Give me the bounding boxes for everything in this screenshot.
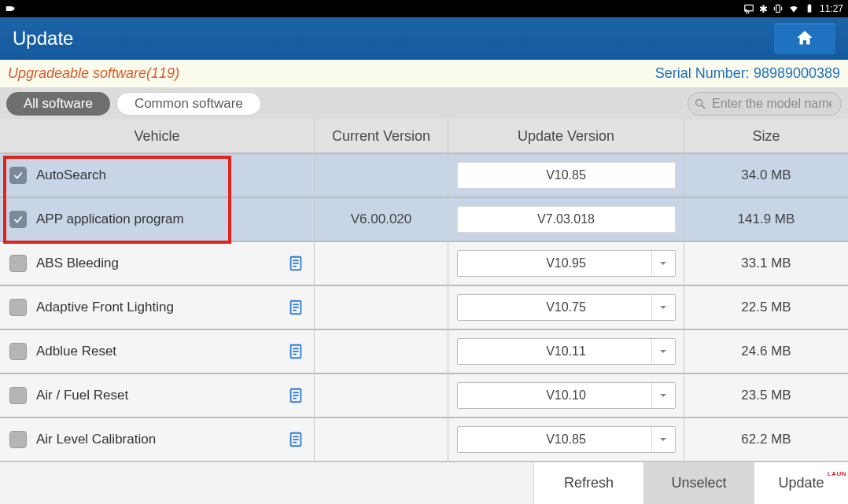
unselect-button[interactable]: Unselect bbox=[643, 462, 754, 504]
title-bar: Update bbox=[0, 17, 848, 60]
notice-row: Upgradeable software(119) Serial Number:… bbox=[0, 60, 848, 88]
row-checkbox[interactable] bbox=[9, 431, 27, 448]
update-button[interactable]: Update LAUN bbox=[754, 462, 848, 504]
cell-size: 23.5 MB bbox=[684, 374, 848, 417]
header-current-version: Current Version bbox=[315, 120, 448, 153]
cell-size: 62.2 MB bbox=[684, 418, 848, 461]
cell-size: 22.5 MB bbox=[684, 286, 848, 329]
app-root: ✱ 11:27 Update Upgradeable software(119)… bbox=[0, 0, 848, 504]
vehicle-name: Air / Fuel Reset bbox=[36, 388, 278, 403]
svg-marker-21 bbox=[660, 350, 666, 353]
search-input[interactable] bbox=[688, 92, 842, 116]
serial-number: Serial Number: 98989000389 bbox=[655, 65, 840, 82]
vehicle-name: AutoSearch bbox=[36, 167, 304, 183]
doc-icon[interactable] bbox=[287, 431, 304, 448]
row-checkbox[interactable] bbox=[9, 343, 27, 360]
chevron-down-icon bbox=[658, 259, 668, 268]
cell-size: 34.0 MB bbox=[684, 154, 848, 197]
update-version-value: V10.85 bbox=[457, 162, 676, 189]
svg-rect-2 bbox=[776, 5, 780, 12]
row-checkbox[interactable] bbox=[9, 387, 27, 404]
svg-line-6 bbox=[702, 105, 705, 109]
cell-vehicle: Adaptive Front Lighting bbox=[0, 286, 315, 329]
row-checkbox[interactable] bbox=[9, 211, 27, 228]
cast-icon bbox=[743, 3, 754, 14]
cell-size: 141.9 MB bbox=[684, 198, 848, 241]
chevron-down-icon bbox=[658, 391, 668, 400]
table-row: AutoSearchV10.8534.0 MB bbox=[0, 154, 848, 198]
cell-size: 24.6 MB bbox=[684, 330, 848, 373]
svg-rect-4 bbox=[809, 4, 810, 5]
status-time: 11:27 bbox=[820, 3, 843, 14]
update-version-value: V10.95 bbox=[464, 256, 669, 270]
cell-current-version bbox=[315, 330, 448, 373]
update-version-value: V10.11 bbox=[464, 344, 669, 359]
update-version-value: V10.10 bbox=[464, 388, 669, 403]
cell-current-version bbox=[315, 286, 448, 329]
cell-vehicle: Air / Fuel Reset bbox=[0, 374, 315, 417]
cell-current-version bbox=[315, 242, 448, 285]
row-checkbox[interactable] bbox=[9, 167, 27, 184]
android-status-bar: ✱ 11:27 bbox=[0, 0, 848, 17]
table-row: ABS BleedingV10.9533.1 MB bbox=[0, 242, 848, 286]
header-update-version: Update Version bbox=[448, 120, 684, 153]
doc-icon[interactable] bbox=[287, 343, 304, 360]
table-row: Adaptive Front LightingV10.7522.5 MB bbox=[0, 286, 848, 330]
svg-marker-11 bbox=[660, 262, 666, 265]
home-button[interactable] bbox=[774, 23, 835, 54]
row-checkbox[interactable] bbox=[9, 255, 27, 272]
bluetooth-icon: ✱ bbox=[759, 3, 768, 15]
cell-vehicle: AutoSearch bbox=[0, 154, 315, 197]
cell-update-version: V10.85 bbox=[448, 154, 684, 197]
update-version-value: V7.03.018 bbox=[457, 206, 676, 233]
doc-icon[interactable] bbox=[287, 299, 304, 316]
vehicle-name: ABS Bleeding bbox=[36, 256, 278, 271]
svg-marker-26 bbox=[660, 394, 666, 397]
serial-value: 98989000389 bbox=[754, 65, 840, 81]
cell-update-version: V10.75 bbox=[448, 286, 684, 329]
cell-current-version bbox=[315, 374, 448, 417]
update-version-dropdown[interactable]: V10.85 bbox=[457, 426, 676, 453]
update-version-dropdown[interactable]: V10.95 bbox=[457, 250, 676, 277]
upgradeable-label: Upgradeable software(119) bbox=[8, 65, 179, 82]
svg-point-5 bbox=[696, 100, 702, 106]
launch-watermark: LAUN bbox=[828, 470, 846, 477]
cell-current-version bbox=[315, 418, 448, 461]
search-wrap bbox=[688, 92, 842, 116]
refresh-button[interactable]: Refresh bbox=[533, 462, 643, 504]
cell-update-version: V10.95 bbox=[448, 242, 684, 285]
filter-row: All software Common software bbox=[0, 88, 848, 120]
cell-vehicle: APP application program bbox=[0, 198, 315, 241]
chevron-down-icon bbox=[658, 347, 668, 356]
camera-icon bbox=[5, 3, 16, 14]
tab-common-software[interactable]: Common software bbox=[116, 92, 261, 116]
update-version-dropdown[interactable]: V10.75 bbox=[457, 294, 676, 321]
search-icon bbox=[694, 97, 706, 110]
svg-rect-0 bbox=[6, 6, 13, 11]
vehicle-name: Adaptive Front Lighting bbox=[36, 300, 278, 315]
update-version-dropdown[interactable]: V10.10 bbox=[457, 382, 676, 409]
page-title: Update bbox=[13, 28, 73, 50]
cell-size: 33.1 MB bbox=[684, 242, 848, 285]
cell-vehicle: ABS Bleeding bbox=[0, 242, 315, 285]
wifi-icon bbox=[788, 3, 799, 14]
vibrate-icon bbox=[772, 3, 783, 14]
vehicle-name: Air Level Calibration bbox=[36, 432, 278, 447]
tab-all-software[interactable]: All software bbox=[6, 92, 110, 116]
header-size: Size bbox=[684, 120, 848, 153]
doc-icon[interactable] bbox=[287, 387, 304, 404]
cell-vehicle: Adblue Reset bbox=[0, 330, 315, 373]
cell-update-version: V7.03.018 bbox=[448, 198, 684, 241]
cell-update-version: V10.11 bbox=[448, 330, 684, 373]
vehicle-name: APP application program bbox=[36, 212, 304, 227]
table-rows: AutoSearchV10.8534.0 MBAPP application p… bbox=[0, 154, 848, 462]
doc-icon[interactable] bbox=[287, 255, 304, 272]
update-version-dropdown[interactable]: V10.11 bbox=[457, 338, 676, 365]
chevron-down-icon bbox=[658, 435, 668, 444]
cell-update-version: V10.10 bbox=[448, 374, 684, 417]
svg-marker-16 bbox=[660, 306, 666, 309]
cell-vehicle: Air Level Calibration bbox=[0, 418, 315, 461]
row-checkbox[interactable] bbox=[9, 299, 27, 316]
cell-current-version bbox=[315, 154, 448, 197]
table-row: Air / Fuel ResetV10.1023.5 MB bbox=[0, 374, 848, 418]
